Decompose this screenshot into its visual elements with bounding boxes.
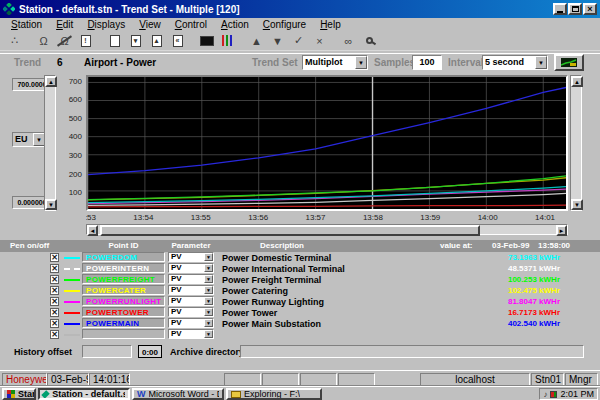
pen-checkbox[interactable]: ✕ [50,330,59,339]
pen-checkbox[interactable]: ✕ [50,297,59,306]
window-title: Station - default.stn - Trend Set - Mult… [19,4,240,15]
trend-set-select[interactable]: Multiplot ▼ [302,55,368,70]
find-icon[interactable] [359,33,380,49]
scroll-up-icon[interactable]: ▲ [571,76,583,87]
parameter-select[interactable]: PV▼ [168,307,214,317]
eu-select[interactable]: EU ▼ [12,132,46,147]
group-display-icon[interactable] [217,33,238,49]
scroll-right-icon[interactable]: ► [556,225,567,236]
app-icon [3,3,15,15]
point-id-field[interactable]: POWERRUNLIGHT [82,296,165,306]
trend-set-label: Trend Set [252,57,298,68]
menu-edit[interactable]: Edit [49,19,80,30]
x-tick-label: 13:57 [306,213,326,222]
menu-configure[interactable]: Configure [256,19,313,30]
parameter-value: PV [169,319,204,327]
page-back-icon[interactable]: « [167,33,188,49]
menu-action[interactable]: Action [214,19,256,30]
task-label: Station - default.stn -... [52,389,125,399]
page-icon[interactable] [104,33,125,49]
close-button[interactable]: × [583,3,597,15]
x-axis-labels: 13:5313:5413:5513:5613:5713:5813:5914:00… [86,213,568,223]
point-id-field[interactable]: POWERCATER [82,285,165,295]
tray-status-icon[interactable] [550,391,557,398]
chevron-down-icon[interactable]: ▼ [204,264,213,272]
scrollbar-thumb[interactable] [100,225,480,236]
menu-help[interactable]: Help [313,19,348,30]
parameter-select[interactable]: PV▼ [168,274,214,284]
minimize-button[interactable] [553,3,567,15]
history-offset-field[interactable] [82,345,132,358]
pen-checkbox[interactable]: ✕ [50,264,59,273]
menu-view[interactable]: View [132,19,168,30]
trend-header-bar: Trend 6 Airport - Power Trend Set Multip… [0,53,600,70]
interval-select[interactable]: 5 second ▼ [482,55,548,70]
pen-checkbox[interactable]: ✕ [50,286,59,295]
pen-color-swatch [64,257,80,259]
point-id-field[interactable]: POWERTOWER [82,307,165,317]
pen-checkbox[interactable]: ✕ [50,275,59,284]
start-button[interactable]: Start [2,388,36,400]
chevron-down-icon[interactable]: ▼ [204,330,213,338]
scroll-down-icon[interactable]: ▼ [571,199,583,210]
alarm-page-icon[interactable]: ! [75,33,96,49]
menu-displays[interactable]: Displays [80,19,132,30]
scroll-down-icon[interactable]: ▼ [45,199,57,210]
pen-row-powertower: ✕POWERTOWERPV▼Power Tower16.7173 kWHr [0,307,600,318]
chevron-down-icon[interactable]: ▼ [204,286,213,294]
chevron-down-icon[interactable]: ▼ [204,319,213,327]
speaker-icon[interactable]: ♪ [543,390,547,399]
parameter-select[interactable]: PV▼ [168,296,214,306]
pen-row-powerdom: ✕POWERDOMPV▼Power Domestic Terminal73.19… [0,252,600,263]
page-down-icon[interactable]: ▾ [125,33,146,49]
scroll-left-icon[interactable]: ◄ [87,225,98,236]
point-description: Power Domestic Terminal [222,253,331,263]
restore-button[interactable] [568,3,582,15]
network-icon[interactable]: ∴ [4,33,25,49]
samples-input[interactable]: 100 [412,55,442,70]
menu-station[interactable]: Station [4,19,49,30]
parameter-select[interactable]: PV▼ [168,285,214,295]
cancel-icon[interactable]: × [309,33,330,49]
parameter-select[interactable]: PV▼ [168,318,214,328]
task-button-1[interactable]: Station - default.stn -... [38,388,130,400]
pen-checkbox[interactable]: ✕ [50,308,59,317]
chevron-down-icon[interactable]: ▼ [204,297,213,305]
chevron-down-icon[interactable]: ▼ [204,308,213,316]
alarm-bell-icon[interactable]: Ω [33,33,54,49]
pen-checkbox[interactable]: ✕ [50,253,59,262]
scroll-up-icon[interactable]: ▲ [45,76,57,87]
history-row: History offset 0:00 Archive directory [0,344,600,360]
task-button-3[interactable]: Exploring - F:\ [226,388,322,400]
chevron-down-icon[interactable]: ▼ [355,56,367,69]
menu-control[interactable]: Control [168,19,214,30]
pen-checkbox[interactable]: ✕ [50,319,59,328]
chevron-down-icon[interactable]: ▼ [204,275,213,283]
point-description: Power Runway Lighting [222,297,324,307]
accept-icon[interactable]: ✓ [288,33,309,49]
point-id-field[interactable]: POWERMAIN [82,318,165,328]
alarm-silence-icon[interactable]: Ω [54,33,75,49]
page-up-icon[interactable]: ▴ [146,33,167,49]
connect-icon[interactable]: ∞ [338,33,359,49]
point-id-field[interactable]: POWERFREIGHT [82,274,165,284]
archive-directory-field[interactable] [240,345,584,358]
lower-icon[interactable]: ▼ [267,33,288,49]
task-button-2[interactable]: WMicrosoft Word - Document1 [132,388,224,400]
chevron-down-icon[interactable]: ▼ [204,253,213,261]
y-scrollbar[interactable]: ▲ ▼ [44,75,56,211]
point-id-field[interactable]: POWERINTERN [82,263,165,273]
point-id-field[interactable]: POWERDOM [82,252,165,262]
point-id-field[interactable] [82,329,165,339]
trend-tool-button[interactable] [554,54,584,71]
chevron-down-icon[interactable]: ▼ [535,56,547,69]
plot-right-scrollbar[interactable]: ▲ ▼ [570,75,582,211]
raise-icon[interactable]: ▲ [246,33,267,49]
trend-display-icon[interactable] [196,33,217,49]
parameter-select[interactable]: PV▼ [168,252,214,262]
x-tick-label: 13:58 [363,213,383,222]
parameter-select[interactable]: PV▼ [168,263,214,273]
time-scrollbar[interactable]: ◄ ► [86,224,568,235]
parameter-select[interactable]: PV▼ [168,329,214,339]
trend-plot[interactable] [86,75,568,211]
